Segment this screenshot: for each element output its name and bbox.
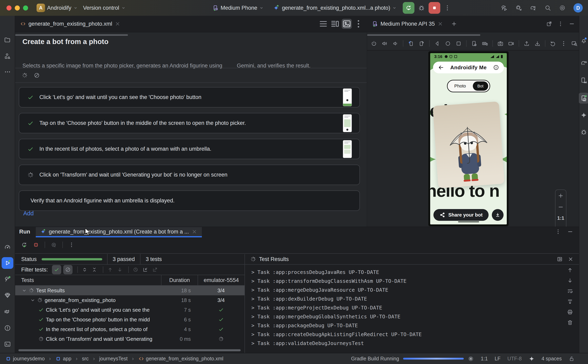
kebab-icon[interactable]	[561, 40, 567, 47]
run-play-icon[interactable]	[2, 257, 13, 269]
run-panel-kebab-icon[interactable]	[555, 229, 561, 235]
next-test-icon[interactable]	[116, 267, 124, 273]
share-your-bot-button[interactable]: Share your bot	[433, 209, 489, 221]
lock-unlocked-icon[interactable]	[568, 356, 575, 362]
cancel-circle-slash-icon[interactable]	[34, 72, 40, 78]
structure-icon[interactable]	[2, 50, 13, 62]
power-icon[interactable]	[371, 40, 377, 47]
version-control-menu[interactable]: Version control	[83, 5, 126, 11]
stop-button[interactable]	[429, 2, 440, 14]
tests-horizontal-scrollbar[interactable]	[18, 349, 241, 351]
gemini-star-icon[interactable]	[578, 110, 588, 121]
close-console-icon[interactable]	[568, 256, 574, 262]
chevron-down-icon[interactable]	[21, 288, 27, 293]
rerun-tests-icon[interactable]	[21, 242, 27, 248]
problems-icon[interactable]	[2, 322, 13, 334]
info-icon[interactable]	[493, 65, 499, 71]
volume-down-icon[interactable]	[392, 40, 399, 47]
rerun-button[interactable]	[403, 2, 414, 14]
emulator-scroll-indicator[interactable]	[367, 34, 480, 36]
phone-screen[interactable]: 3:16 Androidify Me Photo	[430, 53, 507, 224]
console-layout-icon[interactable]	[557, 256, 563, 262]
close-icon[interactable]	[115, 21, 121, 27]
volume-up-icon[interactable]	[381, 40, 388, 47]
gemini-status-icon[interactable]	[529, 356, 535, 362]
caret-position[interactable]: 1:1	[481, 356, 488, 362]
scroll-to-end-icon[interactable]	[567, 299, 573, 305]
minimize-panel-icon[interactable]	[569, 21, 575, 27]
filter-ignored-button[interactable]	[63, 265, 72, 274]
search-icon[interactable]	[544, 4, 551, 11]
breadcrumb-item[interactable]: journeysTest	[99, 356, 128, 362]
device-settings-icon[interactable]	[471, 40, 477, 47]
editor-tab[interactable]: generate_from_existing_photo.xml	[15, 16, 125, 32]
rotate-left-icon[interactable]	[408, 40, 414, 47]
collapse-all-icon[interactable]	[90, 267, 98, 273]
screen-record-icon[interactable]	[508, 40, 514, 47]
build-run-hammer-icon[interactable]	[501, 4, 508, 11]
journey-step-card[interactable]: Tap on the 'Choose photo' button in the …	[19, 113, 360, 133]
breadcrumb-item[interactable]: src	[82, 356, 89, 362]
zoom-in-icon[interactable]	[558, 193, 564, 199]
test-tree-row[interactable]: Test Results 18 s 3/4	[15, 286, 244, 295]
export-tests-icon[interactable]	[151, 267, 159, 273]
running-devices-icon[interactable]	[578, 93, 588, 104]
scroll-up-icon[interactable]	[567, 267, 573, 273]
file-encoding[interactable]: UTF-8	[507, 356, 522, 362]
terminal-icon[interactable]	[2, 338, 13, 350]
screenshot-camera-icon[interactable]	[497, 40, 503, 47]
toggle-photo-option[interactable]: Photo	[448, 84, 473, 89]
nav-back-icon[interactable]	[434, 40, 440, 47]
view-split-icon[interactable]	[330, 19, 340, 29]
new-tab-plus-icon[interactable]	[451, 21, 457, 27]
more-actions-kebab[interactable]	[444, 4, 451, 11]
stop-tests-icon[interactable]	[33, 242, 39, 248]
profiler-gauge-icon[interactable]	[2, 241, 13, 253]
emulator-kebab-icon[interactable]	[557, 21, 563, 27]
test-tree-row[interactable]: In the recent list of photos, select a p…	[15, 325, 244, 334]
project-menu[interactable]: A Androidify	[37, 4, 78, 12]
logcat-cat-icon[interactable]	[2, 306, 13, 318]
upload-file-icon[interactable]	[523, 40, 530, 47]
nav-overview-icon[interactable]	[456, 40, 462, 47]
soft-wrap-icon[interactable]	[567, 288, 573, 294]
view-design-icon[interactable]	[342, 19, 352, 29]
editor-scroll-indicator[interactable]	[15, 34, 128, 36]
step-screenshot-thumbnail[interactable]	[343, 114, 352, 132]
gradle-elephant-icon[interactable]	[578, 57, 588, 68]
device-selector[interactable]: Medium Phone	[213, 5, 264, 11]
scroll-down-icon[interactable]	[567, 278, 573, 284]
device-manager-icon[interactable]	[578, 75, 588, 86]
app-inspection-diamond-icon[interactable]	[2, 289, 13, 301]
test-monitor-icon[interactable]	[51, 242, 57, 248]
journey-step-card[interactable]: In the recent list of photos, select a p…	[19, 139, 360, 159]
toggle-bot-option[interactable]: Bot	[473, 81, 488, 91]
folder-icon[interactable]	[2, 34, 13, 46]
run-toolbar-kebab-icon[interactable]	[68, 242, 75, 248]
chevron-down-icon[interactable]	[30, 297, 36, 303]
test-history-clock-icon[interactable]	[131, 267, 140, 273]
breadcrumb-item[interactable]: generate_from_existing_photo.xml	[138, 356, 223, 362]
emulator-tab[interactable]: Medium Phone API 35	[367, 16, 448, 32]
console-output[interactable]: > Task :app:processDebugJavaRes UP-TO-DA…	[245, 265, 562, 353]
hide-panel-icon[interactable]	[567, 229, 573, 235]
breadcrumb-item[interactable]: journeysdemo	[5, 356, 45, 362]
build-hammer-icon[interactable]	[2, 273, 13, 285]
minimize-window-button[interactable]	[15, 6, 20, 11]
previous-test-icon[interactable]	[106, 267, 114, 273]
breadcrumb-item[interactable]: app	[55, 356, 71, 362]
expand-all-icon[interactable]	[81, 267, 89, 273]
clear-console-icon[interactable]	[567, 319, 573, 326]
notifications-bell-icon[interactable]	[578, 35, 588, 46]
rotate-right-icon[interactable]	[418, 40, 425, 47]
user-avatar[interactable]: D	[574, 3, 583, 13]
photo-bot-toggle[interactable]: Photo Bot	[447, 80, 490, 92]
test-tree-row[interactable]: generate_from_existing_photo 18 s 3/4	[15, 295, 244, 305]
more-horizontal-icon[interactable]	[2, 66, 13, 78]
line-ending[interactable]: LF	[495, 356, 501, 362]
run-configuration-selector[interactable]: generate_from_existing_photo.xml...a pho…	[273, 4, 397, 11]
close-icon[interactable]	[437, 21, 443, 27]
test-tree-row[interactable]: Click 'Let's go' and wait until you can …	[15, 305, 244, 315]
test-tree-row[interactable]: Tap on the 'Choose photo' button in the …	[15, 315, 244, 325]
filter-passed-button[interactable]	[52, 265, 61, 274]
